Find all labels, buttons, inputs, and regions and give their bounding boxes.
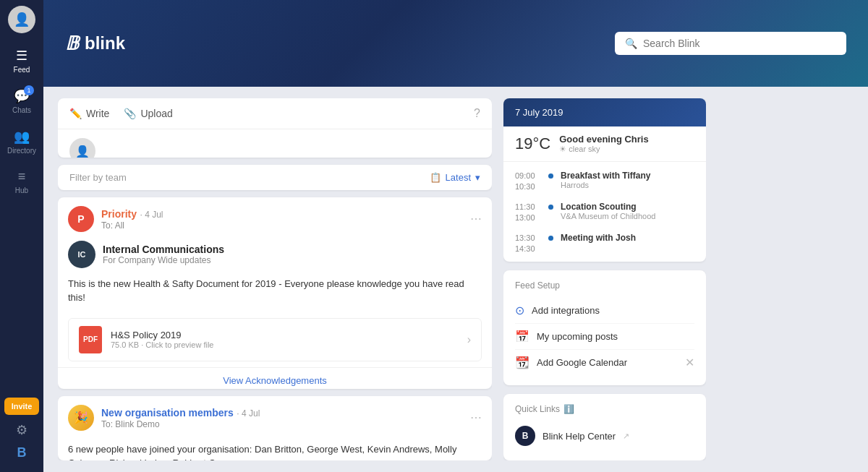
event-row-2: 13:30 14:30 Meeting with Josh bbox=[503, 228, 706, 259]
setup-item-gcal[interactable]: 📆 Add Google Calendar ✕ bbox=[515, 350, 694, 375]
weather-info: Good evening Chris ☀ clear sky bbox=[559, 134, 649, 154]
help-icon[interactable]: ? bbox=[474, 107, 480, 120]
filter-label: Latest bbox=[446, 172, 471, 183]
right-column: 7 July 2019 19°C Good evening Chris ☀ cl… bbox=[503, 98, 706, 460]
upload-button[interactable]: 📎 Upload bbox=[124, 108, 172, 119]
feed-setup-title: Feed Setup bbox=[515, 280, 694, 291]
post-more-icon-1[interactable]: ⋯ bbox=[470, 212, 482, 226]
sidebar-item-label: Directory bbox=[7, 147, 36, 155]
logo: 𝔹 blink bbox=[65, 33, 125, 55]
post-author-info-1: Priority · 4 Jul To: All bbox=[101, 207, 163, 231]
quick-links-title: Quick Links ℹ️ bbox=[515, 404, 694, 414]
hub-icon: ≡ bbox=[18, 169, 26, 184]
main-area: 𝔹 blink 🔍 ✏️ Write 📎 Upload bbox=[43, 0, 868, 472]
setup-label-integrations: Add integrations bbox=[532, 305, 600, 316]
compose-toolbar: ✏️ Write 📎 Upload ? bbox=[58, 98, 492, 129]
feed-icon: ☰ bbox=[16, 48, 27, 64]
post-body-2: 6 new people have joined your organisati… bbox=[58, 439, 492, 460]
search-input[interactable] bbox=[643, 38, 836, 49]
content-area: ✏️ Write 📎 Upload ? 👤 Filter by team bbox=[43, 87, 868, 472]
blink-help-icon: B bbox=[515, 426, 535, 446]
org-info-1: Internal Communications For Company Wide… bbox=[103, 244, 224, 265]
sidebar-item-chats[interactable]: 💬 1 Chats bbox=[0, 82, 43, 120]
logo-text: blink bbox=[85, 33, 125, 53]
write-button[interactable]: ✏️ Write bbox=[69, 108, 109, 119]
quick-links-card: Quick Links ℹ️ B Blink Help Center ↗ bbox=[503, 394, 706, 460]
event-time-1: 11:30 13:00 bbox=[515, 202, 541, 224]
gcal-icon: 📆 bbox=[515, 356, 529, 369]
greeting: Good evening Chris bbox=[559, 134, 649, 145]
settings-icon[interactable]: ⚙ bbox=[16, 422, 27, 438]
quick-link-help-center[interactable]: B Blink Help Center ↗ bbox=[515, 421, 694, 450]
chats-badge-wrap: 💬 1 bbox=[14, 88, 30, 104]
logo-icon: 𝔹 bbox=[65, 33, 79, 55]
search-icon: 🔍 bbox=[625, 38, 637, 49]
feed-setup-card: Feed Setup ⊙ Add integrations 📅 My upcom… bbox=[503, 270, 706, 385]
event-time-0: 09:00 10:30 bbox=[515, 171, 541, 193]
directory-icon: 👥 bbox=[14, 129, 30, 145]
temperature: 19°C bbox=[515, 134, 550, 153]
attachment-info-1: H&S Policy 2019 75.0 KB · Click to previ… bbox=[111, 330, 213, 349]
event-row-1: 11:30 13:00 Location Scouting V&A Museum… bbox=[503, 197, 706, 228]
compose-card: ✏️ Write 📎 Upload ? 👤 bbox=[58, 98, 492, 158]
post-author-avatar-1: P bbox=[68, 206, 94, 232]
weather-sky: ☀ clear sky bbox=[559, 145, 649, 154]
compose-body: 👤 bbox=[58, 129, 492, 158]
post-header-2: 🎉 New organisation members · 4 Jul To: B… bbox=[58, 396, 492, 439]
post-author-name-2: New organisation members · 4 Jul bbox=[101, 406, 260, 419]
pdf-icon: PDF bbox=[79, 326, 102, 353]
header: 𝔹 blink 🔍 bbox=[43, 0, 868, 87]
attachment-meta-1: 75.0 KB · Click to preview file bbox=[111, 340, 213, 349]
setup-item-integrations[interactable]: ⊙ Add integrations bbox=[515, 298, 694, 324]
filter-bar: Filter by team 📋 Latest ▾ bbox=[58, 165, 492, 190]
post-body-1: This is the new Health & Safty Document … bbox=[58, 274, 492, 312]
quick-links-info-icon: ℹ️ bbox=[563, 404, 574, 414]
sidebar-item-feed[interactable]: ☰ Feed bbox=[0, 42, 43, 80]
setup-label-upcoming: My upcoming posts bbox=[537, 331, 618, 342]
event-row-3: 18:00 20:00 Dinner meeting with the Boar… bbox=[503, 259, 706, 262]
post-inner-header-1: IC Internal Communications For Company W… bbox=[58, 241, 492, 274]
view-acknowledgements-btn[interactable]: View Acknowledgements bbox=[58, 367, 492, 389]
post-to-2: To: Blink Demo bbox=[101, 419, 260, 429]
setup-label-gcal: Add Google Calendar bbox=[537, 357, 627, 368]
feed-column: ✏️ Write 📎 Upload ? 👤 Filter by team bbox=[58, 98, 492, 460]
post-date-2: · 4 Jul bbox=[237, 408, 260, 419]
post-date-1: · 4 Jul bbox=[140, 210, 163, 220]
filter-latest-btn[interactable]: 📋 Latest ▾ bbox=[430, 172, 480, 183]
org-avatar-1: IC bbox=[68, 241, 95, 268]
sidebar-item-label: Chats bbox=[12, 106, 31, 114]
event-time-2: 13:30 14:30 bbox=[515, 233, 541, 255]
avatar[interactable]: 👤 bbox=[8, 6, 35, 33]
post-more-icon-2[interactable]: ⋯ bbox=[470, 411, 482, 424]
invite-button[interactable]: Invite bbox=[4, 398, 40, 415]
post-to-1: To: All bbox=[101, 220, 163, 231]
chats-badge: 1 bbox=[24, 85, 34, 95]
external-link-icon: ↗ bbox=[623, 432, 629, 441]
chevron-down-icon: ▾ bbox=[475, 172, 480, 183]
post-card-2: 🎉 New organisation members · 4 Jul To: B… bbox=[58, 396, 492, 460]
gcal-close-icon[interactable]: ✕ bbox=[685, 356, 694, 369]
sidebar: 👤 ☰ Feed 💬 1 Chats 👥 Directory ≡ Hub Inv… bbox=[0, 0, 43, 472]
sidebar-bottom: ⚙ B bbox=[16, 422, 27, 466]
calendar-header: 7 July 2019 bbox=[503, 98, 706, 126]
post-card-1: P Priority · 4 Jul To: All ⋯ IC Internal… bbox=[58, 197, 492, 389]
quick-link-label: Blink Help Center bbox=[542, 431, 616, 442]
sidebar-item-hub[interactable]: ≡ Hub bbox=[0, 163, 43, 200]
write-label: Write bbox=[86, 108, 109, 119]
compose-avatar: 👤 bbox=[69, 138, 95, 158]
upload-icon: 📎 bbox=[124, 108, 136, 119]
attachment-arrow-icon: › bbox=[467, 333, 471, 346]
event-dot-1 bbox=[548, 205, 553, 210]
filter-by-team[interactable]: Filter by team bbox=[69, 172, 127, 183]
post-author-name-1: Priority · 4 Jul bbox=[101, 207, 163, 220]
setup-item-upcoming[interactable]: 📅 My upcoming posts bbox=[515, 324, 694, 350]
search-bar[interactable]: 🔍 bbox=[615, 32, 846, 55]
filter-icon: 📋 bbox=[430, 172, 441, 183]
weather-row: 19°C Good evening Chris ☀ clear sky bbox=[503, 126, 706, 162]
event-details-0: Breakfast with Tiffany Harrods bbox=[561, 171, 650, 189]
sidebar-item-directory[interactable]: 👥 Directory bbox=[0, 123, 43, 160]
sidebar-item-label: Feed bbox=[14, 66, 30, 74]
post-author-avatar-2: 🎉 bbox=[68, 405, 94, 431]
blink-logo-icon: B bbox=[17, 445, 27, 460]
attachment-1[interactable]: PDF H&S Policy 2019 75.0 KB · Click to p… bbox=[68, 318, 482, 361]
